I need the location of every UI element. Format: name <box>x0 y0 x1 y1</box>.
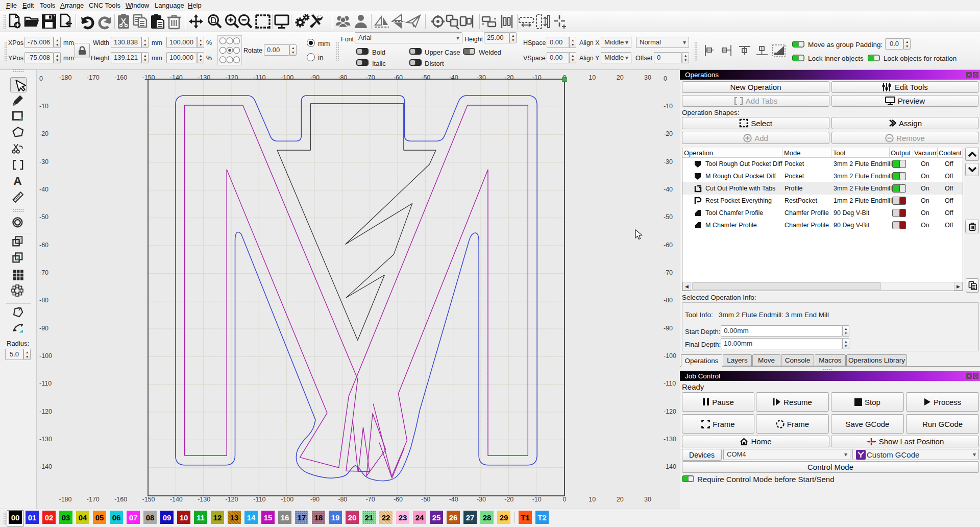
svg-text:-30: -30 <box>664 158 673 165</box>
svg-text:10: 10 <box>589 74 596 81</box>
svg-text:-70: -70 <box>366 496 375 503</box>
svg-text:-70: -70 <box>366 74 375 81</box>
svg-text:20: 20 <box>617 496 624 503</box>
svg-text:0: 0 <box>39 75 43 82</box>
svg-text:10: 10 <box>589 496 596 503</box>
svg-text:-110: -110 <box>39 380 52 387</box>
svg-text:-90: -90 <box>310 496 320 503</box>
svg-text:-110: -110 <box>253 496 265 503</box>
svg-text:-40: -40 <box>39 186 48 193</box>
svg-text:A: A <box>13 174 21 187</box>
svg-text:-80: -80 <box>39 297 48 304</box>
svg-text:-120: -120 <box>225 496 238 503</box>
svg-text:-50: -50 <box>39 213 48 221</box>
svg-text:-90: -90 <box>310 74 320 81</box>
svg-text:-170: -170 <box>87 496 100 503</box>
svg-text:-40: -40 <box>449 496 458 503</box>
svg-text:-110: -110 <box>253 74 265 81</box>
svg-text:-10: -10 <box>532 496 542 503</box>
svg-text:-50: -50 <box>664 213 673 221</box>
svg-text:-120: -120 <box>664 408 676 415</box>
svg-text:-30: -30 <box>477 74 486 81</box>
svg-text:-130: -130 <box>664 436 676 443</box>
svg-text:-80: -80 <box>338 74 347 81</box>
svg-text:-90: -90 <box>39 325 48 332</box>
svg-text:-140: -140 <box>170 74 183 81</box>
svg-text:30: 30 <box>644 74 651 81</box>
svg-text:-20: -20 <box>504 74 513 81</box>
svg-text:-90: -90 <box>664 325 673 332</box>
svg-text:-100: -100 <box>281 496 293 503</box>
svg-text:-100: -100 <box>39 352 52 360</box>
svg-text:-70: -70 <box>664 269 673 276</box>
svg-text:-160: -160 <box>114 74 127 81</box>
svg-text:-180: -180 <box>59 496 71 503</box>
svg-text:-80: -80 <box>664 297 673 304</box>
svg-text:30: 30 <box>644 496 651 503</box>
svg-text:-140: -140 <box>39 463 52 470</box>
svg-text:-150: -150 <box>142 74 155 81</box>
svg-text:-160: -160 <box>114 496 127 503</box>
svg-text:-40: -40 <box>449 74 458 81</box>
svg-text:-170: -170 <box>87 74 100 81</box>
svg-text:-50: -50 <box>421 496 430 503</box>
svg-text:-20: -20 <box>504 496 513 503</box>
svg-text:-70: -70 <box>39 269 48 276</box>
svg-text:-130: -130 <box>198 74 210 81</box>
svg-text:-50: -50 <box>421 74 430 81</box>
svg-text:-30: -30 <box>39 158 48 165</box>
svg-text:-130: -130 <box>198 496 210 503</box>
svg-text:-60: -60 <box>394 496 403 503</box>
svg-text:-130: -130 <box>39 436 52 443</box>
svg-text:-180: -180 <box>59 74 71 81</box>
svg-text:-20: -20 <box>39 130 48 137</box>
svg-text:-30: -30 <box>477 496 486 503</box>
svg-text:-60: -60 <box>664 242 673 249</box>
svg-text:0: 0 <box>563 496 567 503</box>
svg-text:-120: -120 <box>39 408 52 415</box>
svg-text:-20: -20 <box>664 130 673 137</box>
svg-text:0: 0 <box>664 75 667 82</box>
svg-text:-100: -100 <box>281 74 293 81</box>
svg-text:-60: -60 <box>394 74 403 81</box>
svg-text:-150: -150 <box>142 496 155 503</box>
svg-text:-10: -10 <box>532 74 542 81</box>
svg-text:-140: -140 <box>664 463 676 470</box>
svg-text:-10: -10 <box>664 103 673 110</box>
svg-text:-10: -10 <box>39 103 48 110</box>
svg-text:20: 20 <box>617 74 624 81</box>
svg-text:-40: -40 <box>664 186 673 193</box>
svg-text:-140: -140 <box>170 496 183 503</box>
svg-text:-110: -110 <box>664 380 676 387</box>
svg-text:-100: -100 <box>664 352 676 360</box>
svg-text:-60: -60 <box>39 242 48 249</box>
svg-text:-120: -120 <box>225 74 238 81</box>
svg-text:-80: -80 <box>338 496 347 503</box>
